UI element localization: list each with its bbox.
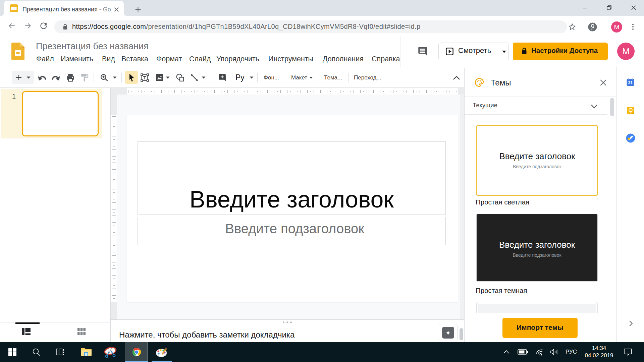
svg-text:31: 31 [628, 80, 633, 85]
